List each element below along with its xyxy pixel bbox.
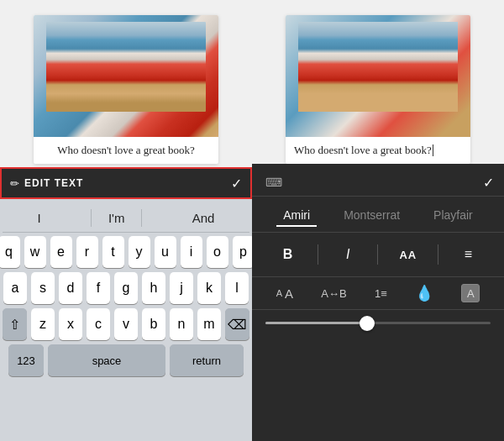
key-l[interactable]: l [225, 272, 249, 304]
key-row-4: 123 space return [3, 344, 249, 376]
key-p[interactable]: p [233, 236, 255, 268]
suggestion-i[interactable]: I [31, 209, 48, 227]
key-f[interactable]: f [87, 272, 110, 304]
key-n[interactable]: n [170, 308, 193, 340]
edit-text-bar[interactable]: ✏ EDIT TEXT ✓ [0, 167, 252, 199]
key-shift[interactable]: ⇧ [3, 308, 27, 340]
key-o[interactable]: o [207, 236, 228, 268]
key-k[interactable]: k [197, 272, 221, 304]
font-montserrat[interactable]: Montserrat [337, 205, 407, 227]
line-spacing-icon: 1≡ [375, 287, 387, 300]
suggestion-im[interactable]: I'm [91, 209, 143, 227]
key-u[interactable]: u [155, 236, 176, 268]
key-z[interactable]: z [31, 308, 55, 340]
text-cursor [433, 144, 433, 156]
card-right: Who doesn't love a great book? [286, 15, 470, 164]
book-image-left [34, 15, 218, 137]
word-suggestions: I I'm And [3, 204, 249, 233]
key-x[interactable]: x [59, 308, 82, 340]
edit-text-label: EDIT TEXT [24, 177, 231, 189]
key-t[interactable]: t [102, 236, 124, 268]
format-top-row: ⌨ ✓ [252, 169, 504, 197]
key-space[interactable]: space [48, 344, 165, 376]
format-options-row: A A A↔B 1≡ 💧 A [252, 277, 504, 310]
slider-thumb[interactable] [360, 316, 375, 331]
italic-button[interactable]: I [333, 241, 363, 268]
divider-3 [438, 244, 438, 265]
divider-2 [377, 244, 378, 265]
key-r[interactable]: r [76, 236, 98, 268]
key-row-1: q w e r t y u i o p [3, 236, 249, 268]
key-numbers[interactable]: 123 [8, 344, 44, 376]
key-s[interactable]: s [31, 272, 55, 304]
key-row-3: ⇧ z x c v b n m ⌫ [3, 308, 249, 340]
pencil-icon: ✏ [10, 177, 19, 190]
slider-row [252, 310, 504, 336]
align-button[interactable]: ≡ [453, 241, 483, 268]
line-spacing-button[interactable]: 1≡ [375, 287, 387, 300]
key-backspace[interactable]: ⌫ [225, 308, 249, 340]
bg-icon: A [461, 284, 480, 302]
key-j[interactable]: j [170, 272, 193, 304]
left-panel: Who doesn't love a great book? ✏ EDIT TE… [0, 0, 252, 441]
bold-button[interactable]: B [273, 241, 303, 268]
right-panel: Who doesn't love a great book? ⌨ ✓ Amiri… [252, 0, 504, 441]
font-size-button[interactable]: A A [276, 286, 293, 301]
caps-button[interactable]: AA [393, 241, 423, 268]
bg-button[interactable]: A [461, 284, 480, 302]
key-c[interactable]: c [87, 308, 110, 340]
caption-right: Who doesn't love a great book? [286, 137, 470, 164]
keyboard-icon[interactable]: ⌨ [262, 172, 286, 192]
keyboard: I I'm And q w e r t y u i o p a s d f g … [0, 199, 252, 441]
font-playfair[interactable]: Playfair [427, 205, 480, 227]
font-size-slider[interactable] [265, 322, 491, 324]
key-row-2: a s d f g h j k l [3, 272, 249, 304]
key-g[interactable]: g [114, 272, 138, 304]
letter-spacing-button[interactable]: A↔B [321, 287, 346, 300]
checkmark-right[interactable]: ✓ [483, 175, 494, 191]
book-image-right [286, 15, 470, 137]
caption-left: Who doesn't love a great book? [34, 137, 218, 164]
divider-1 [318, 244, 318, 265]
format-buttons-row: B I AA ≡ [252, 233, 504, 277]
format-toolbar: ⌨ ✓ Amiri Montserrat Playfair B I AA ≡ A… [252, 164, 504, 441]
key-d[interactable]: d [59, 272, 82, 304]
key-e[interactable]: e [50, 236, 72, 268]
key-v[interactable]: v [114, 308, 138, 340]
suggestion-and[interactable]: And [186, 209, 222, 227]
key-b[interactable]: b [142, 308, 165, 340]
card-left: Who doesn't love a great book? [34, 15, 218, 164]
opacity-button[interactable]: 💧 [415, 284, 433, 302]
key-a[interactable]: a [3, 272, 27, 304]
caption-right-text: Who doesn't love a great book? [294, 144, 432, 157]
font-size-label: A [285, 286, 293, 301]
font-amiri[interactable]: Amiri [276, 205, 317, 227]
opacity-icon: 💧 [415, 284, 433, 302]
key-y[interactable]: y [129, 236, 150, 268]
key-return[interactable]: return [170, 344, 244, 376]
slider-fill [265, 322, 367, 324]
key-w[interactable]: w [24, 236, 46, 268]
key-q[interactable]: q [0, 236, 20, 268]
key-h[interactable]: h [142, 272, 165, 304]
key-m[interactable]: m [197, 308, 221, 340]
font-size-icon: A [276, 288, 282, 298]
key-i[interactable]: i [181, 236, 202, 268]
letter-spacing-icon: A↔B [321, 287, 346, 300]
checkmark-left[interactable]: ✓ [231, 176, 242, 192]
font-row: Amiri Montserrat Playfair [252, 197, 504, 233]
